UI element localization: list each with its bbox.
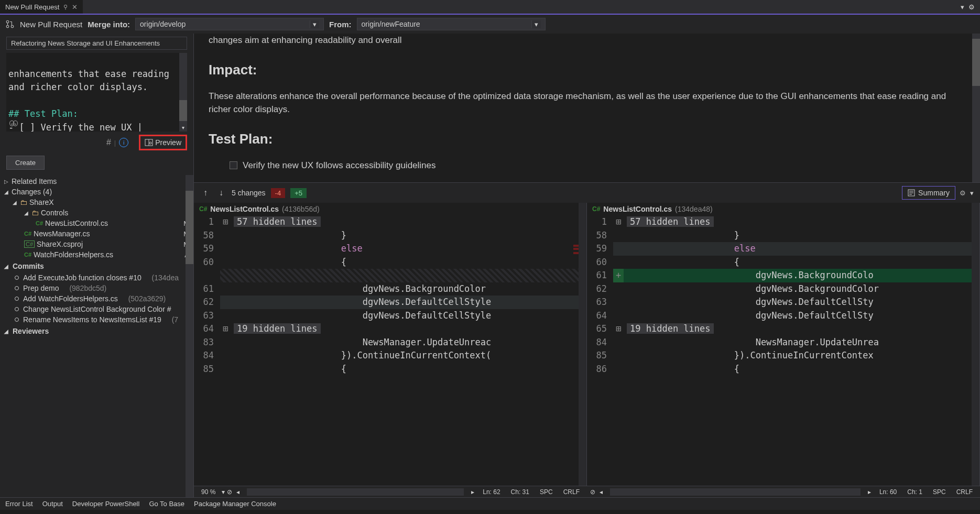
cs-icon: C# [36, 220, 43, 226]
chevron-down-icon[interactable]: ▾ [310, 20, 319, 28]
cs-icon: C# [24, 231, 31, 237]
cs-icon: C# [199, 205, 207, 213]
tree-scrollbar[interactable] [186, 175, 193, 497]
summary-icon [908, 189, 915, 196]
commit-row[interactable]: Rename NewsItems to NewsItemsList #19 (7 [0, 314, 193, 325]
minimap [573, 218, 579, 323]
scroll-left-icon[interactable]: ◂ [597, 488, 605, 496]
commit-row[interactable]: Add ExecuteJob function closes #10 (134d… [0, 272, 193, 283]
gear-icon[interactable]: ⚙ [968, 3, 975, 11]
preview-heading-testplan: Test Plan: [209, 129, 965, 149]
changes-node[interactable]: ◢Changes (4) [0, 187, 193, 197]
scroll-right-icon[interactable]: ▸ [469, 488, 476, 496]
chevron-down-icon[interactable]: ▾ [222, 488, 225, 496]
line-ending[interactable]: CRLF [559, 488, 584, 496]
left-panel: Refactoring News Storage and UI Enhancem… [0, 34, 194, 497]
tab-go-to-base[interactable]: Go To Base [149, 500, 184, 508]
right-panel: changes aim at enhancing readability and… [194, 34, 980, 497]
reviewers-header[interactable]: ◢Reviewers [0, 325, 193, 337]
pr-header-row: New Pull Request Merge into: origin/deve… [0, 15, 980, 34]
cursor-line: Ln: 60 [875, 488, 901, 496]
hscroll[interactable] [610, 488, 861, 496]
commit-dot-icon [15, 286, 19, 290]
hscroll[interactable] [247, 488, 464, 496]
cursor-line: Ln: 62 [478, 488, 504, 496]
scroll-right-icon[interactable]: ▸ [866, 488, 873, 496]
no-issues-icon[interactable]: ⊘ [590, 488, 595, 496]
commit-row[interactable]: Change NewsListControl Background Color … [0, 304, 193, 314]
indent-mode[interactable]: SPC [929, 488, 950, 496]
indent-mode[interactable]: SPC [536, 488, 557, 496]
merge-into-dropdown[interactable]: origin/develop ▾ [135, 18, 324, 30]
editor-toolbar: # | i Preview [0, 132, 193, 154]
code-body-left[interactable]: 1⊞57 hidden lines 58 } 59 else 60 { 61 d… [194, 215, 586, 486]
cs-icon: C# [24, 251, 31, 258]
preview-panel-icon [145, 138, 153, 147]
folder-sharex[interactable]: ◢🗀ShareX [0, 197, 193, 207]
diff-removed-badge: -4 [271, 188, 286, 198]
info-icon[interactable]: i [119, 138, 128, 147]
tab-developer-powershell[interactable]: Developer PowerShell [72, 500, 140, 508]
bottom-toolwindow-bar: Error List Output Developer PowerShell G… [0, 497, 980, 510]
line-ending[interactable]: CRLF [952, 488, 977, 496]
code-body-right[interactable]: 1⊞57 hidden lines 58 } 59 else 60 { 61+ … [587, 215, 979, 486]
csproj-icon: C# [24, 240, 35, 248]
from-dropdown[interactable]: origin/newFeature ▾ [357, 18, 546, 30]
related-items-node[interactable]: ▷Related Items [0, 176, 193, 187]
close-icon[interactable]: ✕ [72, 3, 78, 11]
preview-scrollbar[interactable] [972, 34, 980, 182]
prev-change-arrow[interactable]: ↑ [200, 187, 211, 199]
desc-heading: ## Test Plan: [8, 108, 78, 119]
commit-dot-icon [15, 297, 19, 301]
chevron-down-icon[interactable]: ▾ [531, 20, 541, 28]
hash-icon[interactable]: # [106, 138, 111, 147]
chevron-down-icon[interactable]: ▾ [970, 189, 974, 197]
no-issues-icon[interactable]: ⊘ [227, 488, 232, 496]
dropdown-caret-icon[interactable]: ▾ [961, 3, 964, 11]
file-csproj[interactable]: C#ShareX.csprojM [0, 239, 193, 249]
diff-added-badge: +5 [290, 188, 307, 198]
checkbox[interactable] [230, 161, 237, 169]
code-scrollbar[interactable] [579, 203, 586, 486]
zoom-level[interactable]: 90 % [197, 488, 220, 496]
file-newsmanager[interactable]: C#NewsManager.csM [0, 228, 193, 239]
preview-button[interactable]: Preview [139, 135, 187, 150]
gear-icon[interactable]: ⚙ [960, 189, 966, 197]
commits-header[interactable]: ◢Commits [0, 260, 193, 272]
commit-row[interactable]: Prep demo (982bdc5d) [0, 283, 193, 293]
file-header-left: C# NewsListControl.cs (4136b56d) [194, 203, 586, 215]
preview-label: Preview [155, 138, 181, 147]
folder-controls[interactable]: ◢🗀Controls [0, 207, 193, 218]
folder-icon: 🗀 [20, 198, 27, 206]
desc-scrollbar[interactable]: ▾ [179, 53, 187, 132]
diff-pane-left: C# NewsListControl.cs (4136b56d) 1⊞57 hi… [194, 203, 587, 486]
pin-icon[interactable]: ⚲ [63, 4, 68, 10]
diff-panes: C# NewsListControl.cs (4136b56d) 1⊞57 hi… [194, 203, 980, 486]
commit-dot-icon [15, 276, 19, 280]
summary-button[interactable]: Summary [902, 186, 955, 200]
pull-request-icon [5, 19, 15, 29]
svg-point-0 [6, 20, 9, 23]
scroll-left-icon[interactable]: ◂ [234, 488, 242, 496]
preview-heading-impact: Impact: [209, 60, 965, 80]
commit-row[interactable]: Add WatchFoldersHelpers.cs (502a3629) [0, 293, 193, 304]
tab-package-manager-console[interactable]: Package Manager Console [194, 500, 276, 508]
copilot-icon[interactable] [8, 119, 19, 129]
tab-title-text: New Pull Request [5, 3, 59, 11]
commit-dot-icon [15, 307, 19, 311]
titlebar: New Pull Request ⚲ ✕ ▾ ⚙ [0, 0, 980, 15]
desc-line-1: enhancements that ease reading and riche… [8, 69, 175, 93]
file-newslistcontrol[interactable]: C#NewsListControl.csM [0, 218, 193, 228]
pr-description-editor[interactable]: enhancements that ease reading and riche… [6, 53, 187, 132]
next-change-arrow[interactable]: ↓ [216, 187, 226, 199]
tab-new-pull-request[interactable]: New Pull Request ⚲ ✕ [0, 0, 83, 14]
cursor-char: Ch: 1 [903, 488, 927, 496]
file-watchfolders[interactable]: C#WatchFoldersHelpers.csA [0, 249, 193, 260]
file-header-right: C# NewsListControl.cs (134dea48) [587, 203, 979, 215]
tab-output[interactable]: Output [42, 500, 63, 508]
tab-error-list[interactable]: Error List [5, 500, 33, 508]
code-scrollbar[interactable] [972, 203, 979, 486]
create-button[interactable]: Create [6, 156, 45, 170]
pr-title-input[interactable]: Refactoring News Storage and UI Enhancem… [6, 37, 187, 50]
header-npr-label: New Pull Request [20, 20, 82, 29]
